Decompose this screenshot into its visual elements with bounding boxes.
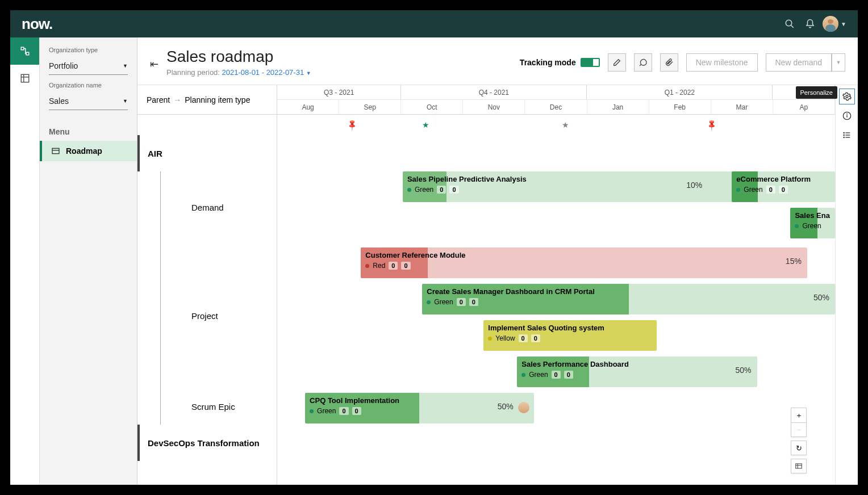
right-rail: Personalize [835, 85, 858, 485]
org-name-select[interactable]: Sales▼ [49, 92, 128, 110]
star-icon[interactable]: ★ [562, 120, 569, 129]
tracking-mode: Tracking mode [520, 58, 600, 67]
svg-rect-3 [26, 52, 29, 55]
org-type-select[interactable]: Portfolio▼ [49, 57, 128, 75]
category-scrum-epic[interactable]: Scrum Epic [160, 388, 277, 425]
bar-customer-reference[interactable]: Customer Reference Module Red00 15% [361, 247, 807, 278]
reset-button[interactable]: ↻ [791, 441, 807, 455]
category-demand[interactable]: Demand [160, 171, 277, 243]
svg-rect-7 [52, 148, 59, 153]
svg-point-21 [844, 137, 844, 137]
menu-title: Menu [40, 115, 137, 141]
rail-item-matrix[interactable] [10, 65, 39, 92]
chevron-down-icon[interactable]: ▼ [841, 21, 846, 27]
avatar[interactable] [823, 16, 838, 32]
month: Jan [587, 100, 649, 114]
org-type-label: Organization type [49, 47, 128, 53]
svg-point-20 [844, 135, 844, 135]
svg-point-0 [786, 20, 792, 26]
svg-point-19 [844, 132, 844, 133]
bar-sales-enablement[interactable]: Sales Ena Green [790, 208, 835, 238]
page-title: Sales roadmap [166, 48, 512, 66]
list-icon [842, 131, 852, 140]
caret-icon: ▼ [306, 70, 311, 76]
header: ⇤ Sales roadmap Planning period: 2021-08… [137, 37, 858, 85]
logo: now. [22, 15, 52, 33]
timeline[interactable]: Q3 - 2021 Q4 - 2021 Q1 - 2022 Aug Sep Oc… [277, 85, 835, 485]
month: Dec [525, 100, 587, 114]
quarter: Q3 - 2021 [277, 85, 401, 99]
grouping-header[interactable]: Parent → Planning item type [137, 85, 277, 115]
collapse-sidebar-button[interactable]: ⇤ [150, 54, 158, 70]
svg-rect-2 [21, 47, 24, 50]
month: Aug [277, 100, 339, 114]
new-demand-caret[interactable]: ▼ [832, 53, 845, 72]
new-milestone-button[interactable]: New milestone [686, 53, 758, 72]
caret-icon: ▼ [123, 98, 128, 104]
pin-icon[interactable]: 📌 [705, 118, 718, 131]
sidebar-item-roadmap[interactable]: Roadmap [40, 141, 137, 161]
caret-icon: ▼ [123, 63, 128, 69]
sidebar: Organization type Portfolio▼ Organizatio… [40, 37, 137, 485]
fit-button[interactable] [791, 459, 807, 473]
bar-perf-dashboard[interactable]: Sales Performance Dashboard Green00 50% [517, 356, 757, 387]
bar-ecommerce[interactable]: eCommerce Platform Green00 [732, 171, 835, 202]
comment-button[interactable] [634, 53, 652, 72]
gear-icon [842, 92, 852, 101]
month: Ap [773, 100, 835, 114]
bar-crm-dashboard[interactable]: Create Sales Manager Dashboard in CRM Po… [422, 284, 835, 314]
month: Sep [339, 100, 401, 114]
bar-quoting[interactable]: Implement Sales Quoting system Yellow00 [483, 320, 656, 351]
assignee-avatar[interactable] [518, 402, 529, 413]
month: Oct [401, 100, 463, 114]
topbar: now. ▼ [10, 10, 858, 37]
group-devsecops[interactable]: DevSecOps Transformation [137, 425, 277, 461]
svg-point-12 [846, 95, 848, 98]
month: Mar [711, 100, 773, 114]
svg-line-1 [791, 25, 794, 28]
rail-item-tree[interactable] [10, 37, 39, 65]
svg-point-15 [846, 114, 847, 114]
org-name-label: Organization name [49, 82, 128, 89]
star-icon[interactable]: ★ [422, 120, 429, 129]
zoom-out-button[interactable]: － [791, 422, 807, 437]
list-button[interactable] [839, 127, 855, 143]
planning-period-value[interactable]: 2021-08-01 - 2022-07-31 [222, 68, 304, 77]
new-demand-button[interactable]: New demand [766, 53, 832, 72]
attachment-button[interactable] [660, 53, 678, 72]
info-button[interactable] [839, 108, 855, 124]
personalize-tooltip: Personalize [796, 86, 837, 99]
bar-cpq[interactable]: CPQ Tool Implementation Green00 50% [305, 393, 534, 423]
svg-rect-9 [796, 464, 802, 468]
quarter: Q4 - 2021 [401, 85, 587, 99]
nav-rail [10, 37, 40, 485]
settings-button[interactable] [839, 89, 855, 104]
month: Feb [649, 100, 711, 114]
info-icon [842, 111, 852, 120]
bell-icon[interactable] [800, 14, 820, 34]
group-air[interactable]: AIR [137, 135, 277, 171]
tracking-toggle[interactable] [581, 58, 600, 67]
pin-icon[interactable]: 📌 [345, 118, 358, 131]
search-icon[interactable] [779, 14, 800, 34]
zoom-in-button[interactable]: ＋ [791, 408, 807, 422]
edit-button[interactable] [608, 53, 626, 72]
svg-rect-4 [21, 74, 29, 82]
planning-period-label: Planning period: [166, 68, 220, 77]
quarter: Q1 - 2022 [587, 85, 773, 99]
category-project[interactable]: Project [160, 243, 277, 388]
month: Nov [463, 100, 525, 114]
roadmap-icon [51, 146, 60, 156]
